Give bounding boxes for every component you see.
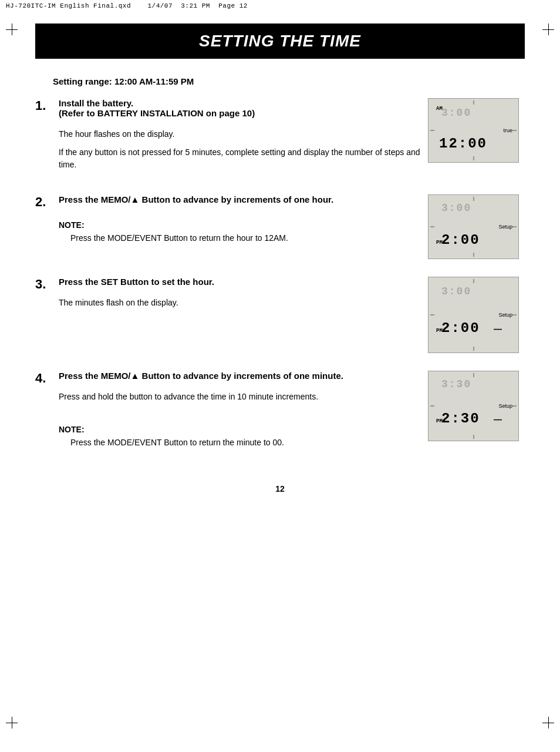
step-1-heading: Install the battery. (Refer to BATTERY I… [59,98,422,118]
step-3-display: PM Setup 3:00 2:00 — [422,277,525,353]
tick-bottom-3 [473,347,474,351]
step-2-row: 2. Press the MEMO/▲ Button to advance by… [35,194,525,259]
bottom-digits-3: 2:00 [441,320,480,336]
tick-right-1 [512,130,517,131]
step-4-heading: Press the MEMO/▲ Button to advance by in… [59,371,422,381]
step-2-note-label: NOTE: [59,220,422,230]
file-header: HJ-720ITC-IM English Final.qxd 1/4/07 3:… [0,0,560,12]
tick-bottom-4 [473,435,474,439]
step-1-content: Install the battery. (Refer to BATTERY I… [59,98,422,177]
bottom-digits-2: 2:00 [441,232,480,248]
step-1-number: 1. [35,98,59,113]
step-1-display: AM true 3:00 12:00 [422,98,525,163]
setup-label-4: Setup [498,403,512,409]
lcd-display-2: PM Setup 3:00 2:00 [428,194,519,259]
steps-section: 1. Install the battery. (Refer to BATTER… [35,98,525,466]
tick-top-2 [473,197,474,201]
step-4-body1: Press and hold the button to advance the… [59,391,422,403]
step-3-number: 3. [35,277,59,292]
setup-label-1: true [503,127,512,133]
tick-left-1 [430,130,434,131]
step-3-content: Press the SET Button to set the hour. Th… [59,277,422,315]
page-number: 12 [35,484,525,494]
main-content: SETTING THE TIME Setting range: 12:00 AM… [0,12,560,517]
dash-indicator-4: — [494,415,502,424]
tick-top-4 [473,373,474,377]
reg-mark-top-left [6,24,18,35]
time: 3:21 PM [181,2,210,9]
top-digits-3: 3:00 [441,286,471,297]
step-4-note-label: NOTE: [59,425,422,434]
top-digits-4: 3:30 [441,378,471,390]
title-bar: SETTING THE TIME [35,24,525,59]
step-4-row: 4. Press the MEMO/▲ Button to advance by… [35,371,525,449]
step-1-body1: The hour flashes on the display. [59,128,422,140]
step-2-note-text: Press the MODE/EVENT Button to return th… [70,232,422,244]
step-4-note-text: Press the MODE/EVENT Button to return th… [70,437,422,449]
tick-left-2 [430,227,434,227]
top-digits-1: 3:00 [441,107,471,119]
step-2-number: 2. [35,194,59,210]
lcd-display-3: PM Setup 3:00 2:00 — [428,277,519,353]
lcd-display-4: PM Setup 3:30 2:30 — [428,371,519,441]
reg-mark-top-right [542,24,554,35]
bottom-digits-1: 12:00 [439,136,487,152]
step-4-content: Press the MEMO/▲ Button to advance by in… [59,371,422,449]
page: Page 12 [218,2,248,9]
tick-top-1 [473,100,474,105]
reg-mark-bottom-right [542,717,554,728]
step-1-row: 1. Install the battery. (Refer to BATTER… [35,98,525,177]
setup-label-3: Setup [498,312,512,318]
tick-right-4 [512,406,517,407]
tick-left-3 [430,315,434,315]
tick-left-4 [430,406,434,407]
tick-right-3 [512,315,517,315]
setup-label-2: Setup [498,224,512,230]
step-4-display: PM Setup 3:30 2:30 — [422,371,525,441]
lcd-display-1: AM true 3:00 12:00 [428,98,519,163]
step-2-content: Press the MEMO/▲ Button to advance by in… [59,194,422,244]
tick-right-2 [512,227,517,227]
bottom-digits-4: 2:30 [441,411,480,427]
step-3-row: 3. Press the SET Button to set the hour.… [35,277,525,353]
tick-top-3 [473,279,474,283]
top-digits-2: 3:00 [441,202,471,214]
step-3-heading: Press the SET Button to set the hour. [59,277,422,287]
dash-indicator-3: — [494,324,502,334]
step-2-display: PM Setup 3:00 2:00 [422,194,525,259]
reg-mark-bottom-left [6,717,18,728]
step-1-body2: If the any button is not pressed for 5 m… [59,146,422,171]
step-2-heading: Press the MEMO/▲ Button to advance by in… [59,194,422,204]
step-3-body1: The minutes flash on the display. [59,297,422,309]
tick-bottom-2 [473,253,474,257]
step-4-number: 4. [35,371,59,386]
setting-range: Setting range: 12:00 AM-11:59 PM [53,76,525,86]
filename: HJ-720ITC-IM English Final.qxd [6,2,131,9]
date: 1/4/07 [147,2,173,9]
tick-bottom-1 [473,156,474,160]
page-title: SETTING THE TIME [47,32,513,51]
